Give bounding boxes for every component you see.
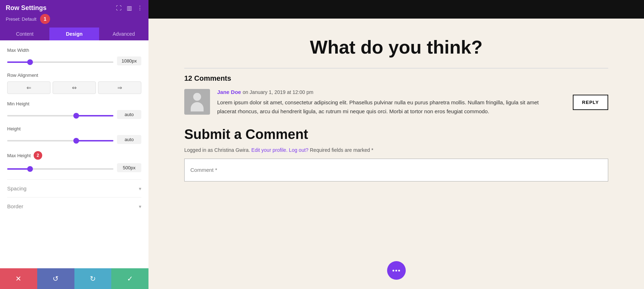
align-right-button[interactable]: ⇒ — [98, 81, 141, 94]
panel-header: Row Settings ⛶ ▥ ⋮ Preset: Default 1 — [0, 0, 148, 28]
more-options-icon[interactable]: ⋮ — [137, 5, 143, 11]
align-right-icon: ⇒ — [117, 84, 122, 91]
comment-block: Jane Doe on January 1, 2019 at 12:00 pm … — [184, 89, 608, 116]
undo-icon: ↺ — [53, 274, 59, 283]
save-button[interactable]: ✓ — [111, 268, 148, 289]
tab-design[interactable]: Design — [49, 28, 99, 40]
spacing-title: Spacing — [7, 185, 26, 191]
max-height-slider-container — [7, 165, 113, 171]
fullscreen-icon[interactable]: ⛶ — [116, 5, 122, 11]
max-height-slider[interactable] — [7, 168, 113, 170]
columns-icon[interactable]: ▥ — [127, 5, 132, 11]
spacing-chevron-icon: ▾ — [139, 186, 141, 191]
comment-meta: Jane Doe on January 1, 2019 at 12:00 pm — [217, 89, 558, 95]
align-left-icon: ⇐ — [26, 84, 31, 91]
height-slider[interactable] — [7, 140, 113, 141]
max-width-value[interactable]: 1080px — [117, 56, 141, 65]
tab-advanced[interactable]: Advanced — [99, 28, 148, 40]
height-label: Height — [7, 126, 141, 131]
comment-content: Jane Doe on January 1, 2019 at 12:00 pm … — [217, 89, 558, 116]
border-header[interactable]: Border ▾ — [7, 203, 141, 209]
min-height-slider[interactable] — [7, 115, 113, 116]
border-title: Border — [7, 203, 23, 209]
panel-body: Max Width 1080px Row Alignment ⇐ ⇔ ⇒ — [0, 40, 148, 268]
height-section: Height — [7, 126, 141, 144]
settings-panel: Row Settings ⛶ ▥ ⋮ Preset: Default 1 Con… — [0, 0, 148, 289]
max-width-section: Max Width 1080px — [7, 48, 141, 65]
max-width-label: Max Width — [7, 48, 141, 53]
edit-profile-link[interactable]: Edit your profile. — [252, 147, 288, 153]
max-width-slider[interactable] — [7, 61, 113, 63]
badge-2: 2 — [34, 151, 42, 160]
min-height-label: Min Height — [7, 101, 141, 106]
reply-button[interactable]: REPLY — [573, 95, 608, 110]
panel-title-icons: ⛶ ▥ ⋮ — [116, 5, 143, 11]
max-height-slider-row — [7, 163, 141, 172]
fab-dot-2 — [395, 270, 397, 271]
comment-date: on January 1, 2019 at 12:00 pm — [243, 89, 313, 95]
row-alignment-label: Row Alignment — [7, 73, 141, 78]
min-height-slider-row — [7, 110, 141, 119]
row-alignment-buttons: ⇐ ⇔ ⇒ — [7, 81, 141, 94]
preview-area: What do you think? 12 Comments Jane Doe … — [148, 0, 644, 289]
avatar-head — [193, 93, 201, 101]
align-center-button[interactable]: ⇔ — [53, 81, 96, 94]
min-height-slider-container — [7, 111, 113, 118]
comment-input[interactable] — [184, 159, 608, 181]
max-height-value[interactable] — [117, 163, 141, 172]
min-height-section: Min Height — [7, 101, 141, 119]
max-width-slider-row: 1080px — [7, 56, 141, 65]
content-area: What do you think? 12 Comments Jane Doe … — [148, 19, 644, 289]
tab-content[interactable]: Content — [0, 28, 49, 40]
submit-title: Submit a Comment — [184, 127, 608, 142]
avatar-silhouette — [190, 93, 204, 111]
required-text: Required fields are marked * — [310, 147, 373, 153]
redo-icon: ↻ — [90, 274, 96, 283]
align-left-button[interactable]: ⇐ — [7, 81, 50, 94]
fab-dots — [392, 270, 400, 271]
height-value[interactable] — [117, 135, 141, 144]
border-chevron-icon: ▾ — [139, 204, 141, 209]
logged-in-text: Logged in as Christina Gwira. Edit your … — [184, 147, 608, 153]
redo-button[interactable]: ↻ — [74, 268, 112, 289]
spacing-header[interactable]: Spacing ▾ — [7, 185, 141, 191]
badge-1: 1 — [40, 14, 50, 24]
submit-section: Submit a Comment Logged in as Christina … — [184, 127, 608, 181]
logged-in-prefix: Logged in as Christina Gwira. — [184, 147, 250, 153]
fab-dot-3 — [398, 270, 400, 271]
cancel-button[interactable]: ✕ — [0, 268, 37, 289]
align-center-icon: ⇔ — [72, 84, 77, 91]
commenter-name: Jane Doe — [217, 89, 241, 95]
panel-title: Row Settings — [6, 4, 47, 12]
logout-link[interactable]: Log out? — [289, 147, 309, 153]
max-height-label-row: Max Height 2 — [7, 151, 141, 160]
panel-footer: ✕ ↺ ↻ ✓ — [0, 268, 148, 289]
top-bar — [148, 0, 644, 19]
cancel-icon: ✕ — [15, 274, 21, 283]
preset-row: Preset: Default 1 — [6, 14, 143, 24]
spacing-section: Spacing ▾ — [7, 179, 141, 197]
avatar-body — [191, 102, 204, 111]
border-section: Border ▾ — [7, 197, 141, 215]
undo-button[interactable]: ↺ — [37, 268, 74, 289]
fab-dot-1 — [392, 270, 394, 271]
max-width-slider-container — [7, 58, 113, 64]
height-slider-container — [7, 136, 113, 143]
fab-button[interactable] — [387, 261, 406, 280]
preset-label: Preset: Default — [6, 16, 36, 22]
max-height-label: Max Height — [7, 153, 31, 158]
row-alignment-section: Row Alignment ⇐ ⇔ ⇒ — [7, 73, 141, 94]
panel-title-row: Row Settings ⛶ ▥ ⋮ — [6, 4, 143, 12]
min-height-value[interactable] — [117, 110, 141, 119]
comments-count: 12 Comments — [184, 68, 608, 83]
main-title: What do you think? — [184, 36, 608, 58]
save-icon: ✓ — [127, 274, 133, 283]
avatar — [184, 89, 210, 115]
max-height-section: Max Height 2 — [7, 151, 141, 172]
comment-text: Lorem ipsum dolor sit amet, consectetur … — [217, 98, 558, 116]
panel-tabs: Content Design Advanced — [0, 28, 148, 40]
height-slider-row — [7, 135, 141, 144]
